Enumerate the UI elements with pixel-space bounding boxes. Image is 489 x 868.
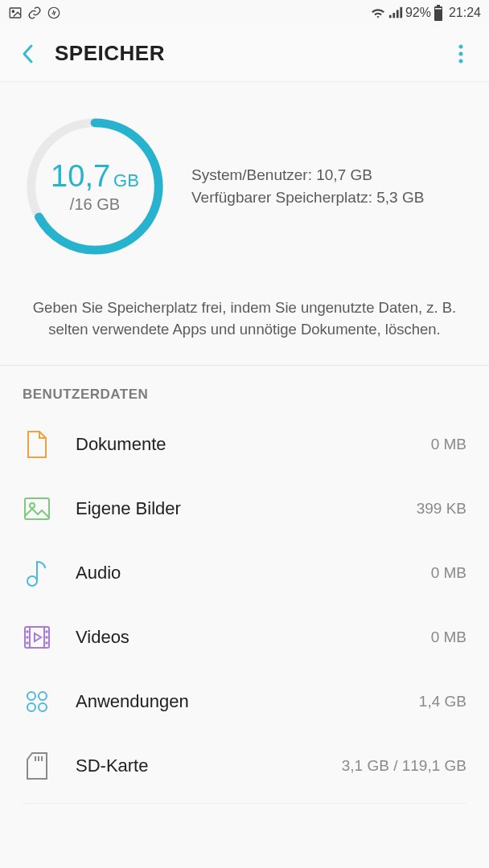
svg-point-17 (27, 576, 37, 586)
help-text: Geben Sie Speicherplatz frei, indem Sie … (0, 283, 489, 366)
apps-icon (23, 687, 51, 716)
system-user-line: System/Benutzer: 10,7 GB (191, 164, 424, 187)
list-value: 0 MB (431, 436, 466, 453)
svg-point-30 (27, 703, 35, 711)
svg-point-11 (459, 51, 463, 55)
list-value: 1,4 GB (419, 693, 466, 710)
list-item-documents[interactable]: Dokumente 0 MB (0, 412, 489, 477)
list-label: Anwendungen (76, 691, 395, 712)
list-value: 0 MB (431, 564, 466, 582)
signal-icon (388, 6, 403, 19)
chevron-left-icon (21, 43, 35, 64)
available-space-line: Verfügbarer Speicherplatz: 5,3 GB (191, 186, 424, 210)
svg-point-28 (27, 692, 35, 700)
svg-point-1 (12, 10, 14, 12)
svg-rect-9 (435, 8, 442, 10)
list-label: Dokumente (76, 434, 407, 455)
svg-point-12 (459, 59, 463, 63)
used-value: 10,7 (51, 159, 110, 194)
usage-text: System/Benutzer: 10,7 GB Verfügbarer Spe… (191, 164, 424, 210)
list-label: Eigene Bilder (76, 498, 392, 519)
divider (23, 803, 466, 804)
svg-rect-3 (389, 15, 392, 18)
svg-marker-27 (35, 633, 41, 641)
battery-percent: 92% (405, 6, 431, 20)
list-value: 0 MB (431, 628, 466, 646)
svg-point-29 (39, 692, 47, 700)
app-bar: SPEICHER (0, 26, 489, 82)
gauge-label: 10,7 GB /16 GB (23, 114, 167, 259)
usage-summary: 10,7 GB /16 GB System/Benutzer: 10,7 GB … (0, 82, 489, 283)
used-unit: GB (113, 170, 139, 191)
list-label: SD-Karte (76, 755, 318, 776)
list-item-apps[interactable]: Anwendungen 1,4 GB (0, 669, 489, 734)
music-note-icon (23, 559, 51, 588)
status-right: 92% 21:24 (370, 5, 481, 21)
video-icon (23, 623, 51, 652)
list-item-videos[interactable]: Videos 0 MB (0, 605, 489, 669)
svg-rect-0 (10, 8, 21, 18)
list-item-sdcard[interactable]: SD-Karte 3,1 GB / 119,1 GB (0, 734, 489, 798)
svg-rect-7 (437, 5, 440, 6)
page-title: SPEICHER (55, 41, 449, 66)
more-vertical-icon (458, 43, 463, 64)
total-label: /16 GB (70, 195, 120, 214)
link-icon (27, 6, 42, 20)
svg-point-24 (46, 631, 47, 633)
list-label: Audio (76, 563, 407, 583)
list-item-images[interactable]: Eigene Bilder 399 KB (0, 477, 489, 541)
storage-gauge: 10,7 GB /16 GB (23, 114, 167, 259)
list-value: 399 KB (417, 500, 466, 518)
section-header-userdata: BENUTZERDATEN (0, 366, 489, 412)
svg-point-25 (46, 637, 47, 638)
svg-point-22 (27, 637, 28, 638)
svg-rect-4 (392, 13, 395, 18)
document-icon (23, 430, 51, 459)
svg-point-2 (48, 7, 60, 18)
svg-point-10 (459, 44, 463, 48)
svg-point-21 (27, 631, 28, 633)
more-button[interactable] (449, 42, 473, 66)
list-value: 3,1 GB / 119,1 GB (342, 757, 466, 775)
svg-point-26 (46, 642, 47, 644)
sd-card-icon (23, 751, 51, 780)
svg-point-23 (27, 642, 28, 644)
image-icon (23, 494, 51, 523)
svg-point-31 (39, 703, 47, 711)
battery-icon (434, 5, 443, 21)
svg-rect-5 (397, 10, 399, 18)
clock-time: 21:24 (449, 6, 481, 20)
wifi-icon (370, 6, 386, 19)
shazam-icon (47, 6, 61, 20)
status-bar: 92% 21:24 (0, 0, 489, 26)
picture-icon (8, 6, 23, 20)
svg-point-16 (30, 503, 35, 508)
status-left (8, 6, 61, 20)
back-button[interactable] (16, 42, 40, 66)
list-label: Videos (76, 627, 407, 648)
list-item-audio[interactable]: Audio 0 MB (0, 541, 489, 605)
svg-rect-15 (25, 498, 49, 519)
svg-rect-6 (400, 7, 402, 18)
